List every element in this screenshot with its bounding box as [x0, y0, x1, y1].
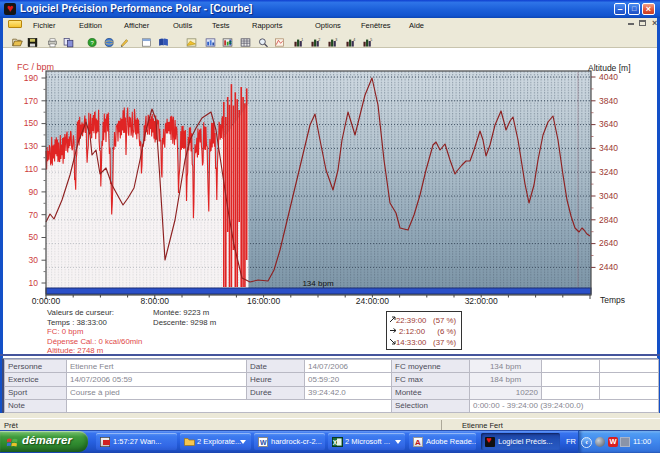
- svg-text:FC / bpm: FC / bpm: [17, 62, 54, 72]
- svg-text:3: 3: [336, 38, 338, 42]
- svg-text:5: 5: [370, 38, 372, 42]
- svg-text:2640: 2640: [599, 238, 618, 248]
- svg-text:3240: 3240: [599, 167, 618, 177]
- svg-text:3440: 3440: [599, 143, 618, 153]
- svg-text:10: 10: [29, 278, 39, 288]
- svg-text:0:00:00: 0:00:00: [32, 296, 61, 306]
- svg-text:Valeurs de curseur:: Valeurs de curseur:: [47, 308, 114, 317]
- svg-text:Temps : 38:33:00: Temps : 38:33:00: [47, 318, 107, 327]
- svg-text:4040: 4040: [599, 72, 618, 82]
- svg-text:110: 110: [24, 164, 38, 174]
- svg-text:x: x: [229, 39, 232, 45]
- svg-text:14:33:00: 14:33:00: [396, 338, 427, 347]
- svg-text:(57 %): (57 %): [433, 316, 456, 325]
- svg-text:3640: 3640: [599, 119, 618, 129]
- svg-text:134 bpm: 134 bpm: [302, 279, 333, 288]
- svg-text:Temps: Temps: [600, 295, 625, 305]
- svg-text:3840: 3840: [599, 96, 618, 106]
- svg-text:30: 30: [29, 255, 39, 265]
- svg-text:Descente: 9298 m: Descente: 9298 m: [153, 318, 216, 327]
- svg-text:2440: 2440: [599, 262, 618, 272]
- svg-text:2: 2: [318, 38, 320, 42]
- svg-text:170: 170: [24, 96, 38, 106]
- svg-text:(6 %): (6 %): [437, 327, 456, 336]
- svg-text:16:00:00: 16:00:00: [247, 296, 280, 306]
- svg-text:(37 %): (37 %): [433, 338, 456, 347]
- svg-text:190: 190: [24, 73, 38, 83]
- svg-text:Montée: 9223 m: Montée: 9223 m: [153, 308, 209, 317]
- svg-text:24:00:00: 24:00:00: [356, 296, 389, 306]
- svg-text:22:39:00: 22:39:00: [396, 316, 427, 325]
- svg-text:3040: 3040: [599, 191, 618, 201]
- svg-text:4: 4: [353, 38, 355, 42]
- svg-text:70: 70: [29, 210, 39, 220]
- svg-text:1: 1: [301, 38, 303, 42]
- svg-text:X: X: [333, 438, 338, 445]
- svg-text:150: 150: [24, 118, 38, 128]
- svg-text:2840: 2840: [599, 215, 618, 225]
- svg-text:Dépense Cal.: 0 kcal/60min: Dépense Cal.: 0 kcal/60min: [47, 337, 142, 346]
- svg-text:90: 90: [29, 187, 39, 197]
- svg-text:130: 130: [24, 141, 38, 151]
- svg-text:50: 50: [29, 232, 39, 242]
- svg-text:32:00:00: 32:00:00: [465, 296, 498, 306]
- svg-text:2:12:00: 2:12:00: [399, 327, 426, 336]
- svg-text:8:00:00: 8:00:00: [141, 296, 170, 306]
- svg-text:FC: 0 bpm: FC: 0 bpm: [47, 327, 83, 336]
